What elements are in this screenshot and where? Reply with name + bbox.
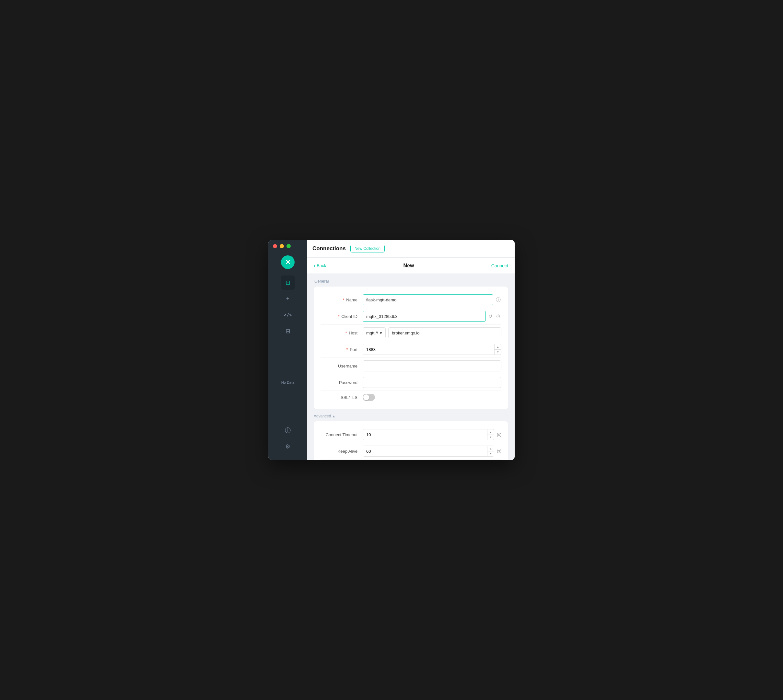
log-icon: ⊟ bbox=[285, 328, 290, 335]
client-id-label: * Client ID bbox=[320, 314, 363, 319]
title-bar bbox=[268, 240, 307, 252]
connect-timeout-input[interactable] bbox=[363, 429, 487, 440]
client-id-row: * Client ID ↺ ⏱ bbox=[320, 308, 501, 325]
required-star: * bbox=[343, 298, 345, 302]
form-scroll: General * Name ⓘ * bbox=[307, 274, 515, 460]
client-id-input-group: ↺ ⏱ bbox=[363, 311, 501, 322]
sidebar-item-info[interactable]: ⓘ bbox=[281, 423, 295, 438]
host-protocol-value: mqtt:// bbox=[366, 330, 378, 335]
main-content: Connections New Collection ‹ Back New Co… bbox=[307, 240, 515, 460]
ssl-toggle[interactable] bbox=[363, 394, 375, 401]
connect-timeout-label: Connect Timeout bbox=[320, 432, 363, 437]
username-input[interactable] bbox=[363, 360, 501, 372]
maximize-button[interactable] bbox=[287, 244, 291, 248]
close-button[interactable] bbox=[273, 244, 277, 248]
keep-alive-increment[interactable]: ▴ bbox=[487, 446, 494, 452]
username-label: Username bbox=[320, 363, 363, 368]
info-icon: ⓘ bbox=[285, 427, 291, 434]
password-row: Password bbox=[320, 374, 501, 391]
connections-title: Connections bbox=[312, 245, 346, 252]
port-spinners: ▴ ▾ bbox=[494, 344, 501, 355]
content-header: ‹ Back New Connect bbox=[307, 258, 515, 274]
name-info-icon[interactable]: ⓘ bbox=[495, 296, 501, 304]
port-decrement-button[interactable]: ▾ bbox=[495, 350, 501, 355]
connect-button[interactable]: Connect bbox=[491, 263, 508, 268]
sidebar-bottom: ⓘ ⚙ bbox=[281, 423, 295, 460]
keep-alive-unit: (s) bbox=[497, 449, 501, 453]
keep-alive-row: Keep Alive ▴ ▾ (s) bbox=[320, 443, 501, 460]
page-title: New bbox=[403, 263, 414, 269]
keep-alive-spinners: ▴ ▾ bbox=[487, 446, 494, 456]
keep-alive-decrement[interactable]: ▾ bbox=[487, 452, 494, 457]
name-input-group: ⓘ bbox=[363, 294, 501, 305]
back-label: Back bbox=[317, 263, 326, 268]
protocol-chevron-icon: ▾ bbox=[380, 330, 382, 335]
keep-alive-input-group: ▴ ▾ bbox=[363, 446, 494, 457]
port-input-group: ▴ ▾ bbox=[363, 344, 501, 355]
ssl-label: SSL/TLS bbox=[320, 395, 363, 400]
keep-alive-label: Keep Alive bbox=[320, 449, 363, 454]
client-id-history-icon[interactable]: ⏱ bbox=[495, 313, 501, 320]
port-row: * Port ▴ ▾ bbox=[320, 341, 501, 358]
name-row: * Name ⓘ bbox=[320, 292, 501, 308]
minimize-button[interactable] bbox=[280, 244, 284, 248]
host-input-group: mqtt:// ▾ bbox=[363, 327, 501, 338]
ssl-row: SSL/TLS bbox=[320, 391, 501, 404]
advanced-collapse-icon: ▴ bbox=[333, 414, 335, 418]
port-increment-button[interactable]: ▴ bbox=[495, 344, 501, 350]
name-input[interactable] bbox=[363, 294, 493, 305]
script-icon: </> bbox=[283, 312, 292, 318]
sidebar-nav: ⊡ + </> ⊟ bbox=[268, 275, 307, 338]
sidebar-item-script[interactable]: </> bbox=[281, 308, 295, 322]
client-id-refresh-icon[interactable]: ↺ bbox=[488, 313, 493, 320]
connect-timeout-decrement[interactable]: ▾ bbox=[487, 435, 494, 440]
sidebar-item-connections[interactable]: ⊡ bbox=[281, 275, 295, 290]
sidebar-item-settings[interactable]: ⚙ bbox=[281, 440, 295, 454]
keep-alive-input[interactable] bbox=[363, 446, 487, 456]
connections-icon: ⊡ bbox=[285, 279, 290, 286]
app-logo: ✕ bbox=[281, 255, 295, 269]
username-row: Username bbox=[320, 358, 501, 374]
advanced-section-header[interactable]: Advanced ▴ bbox=[314, 414, 508, 418]
gear-icon: ⚙ bbox=[285, 443, 290, 450]
port-input[interactable] bbox=[363, 344, 494, 355]
advanced-form-card: Connect Timeout ▴ ▾ (s) Keep Alive bbox=[314, 421, 508, 460]
host-label: * Host bbox=[320, 330, 363, 335]
advanced-section-label: Advanced bbox=[314, 414, 331, 418]
back-arrow-icon: ‹ bbox=[314, 263, 315, 269]
topbar: Connections New Collection bbox=[307, 240, 515, 258]
toggle-knob bbox=[363, 394, 369, 400]
clean-session-row: Clean Session true false bbox=[320, 460, 501, 460]
connect-timeout-unit: (s) bbox=[497, 432, 501, 437]
general-section-label: General bbox=[314, 279, 508, 283]
connect-timeout-increment[interactable]: ▴ bbox=[487, 429, 494, 435]
connect-timeout-row: Connect Timeout ▴ ▾ (s) bbox=[320, 427, 501, 443]
no-data-label: No Data bbox=[281, 380, 294, 384]
host-protocol-select[interactable]: mqtt:// ▾ bbox=[363, 327, 386, 338]
add-icon: + bbox=[286, 295, 290, 302]
back-button[interactable]: ‹ Back bbox=[314, 263, 326, 269]
sidebar-item-log[interactable]: ⊟ bbox=[281, 324, 295, 338]
password-input[interactable] bbox=[363, 377, 501, 388]
name-label: * Name bbox=[320, 298, 363, 302]
port-label: * Port bbox=[320, 347, 363, 352]
sidebar: ✕ ⊡ + </> ⊟ No Data ⓘ ⚙ bbox=[268, 240, 307, 460]
general-form-card: * Name ⓘ * Client ID bbox=[314, 286, 508, 409]
client-id-input[interactable] bbox=[363, 311, 486, 322]
host-row: * Host mqtt:// ▾ bbox=[320, 325, 501, 341]
host-input[interactable] bbox=[388, 327, 501, 338]
connect-timeout-spinners: ▴ ▾ bbox=[487, 429, 494, 440]
password-label: Password bbox=[320, 380, 363, 385]
connect-timeout-input-group: ▴ ▾ bbox=[363, 429, 494, 440]
sidebar-item-add[interactable]: + bbox=[281, 292, 295, 306]
new-collection-button[interactable]: New Collection bbox=[350, 245, 385, 252]
